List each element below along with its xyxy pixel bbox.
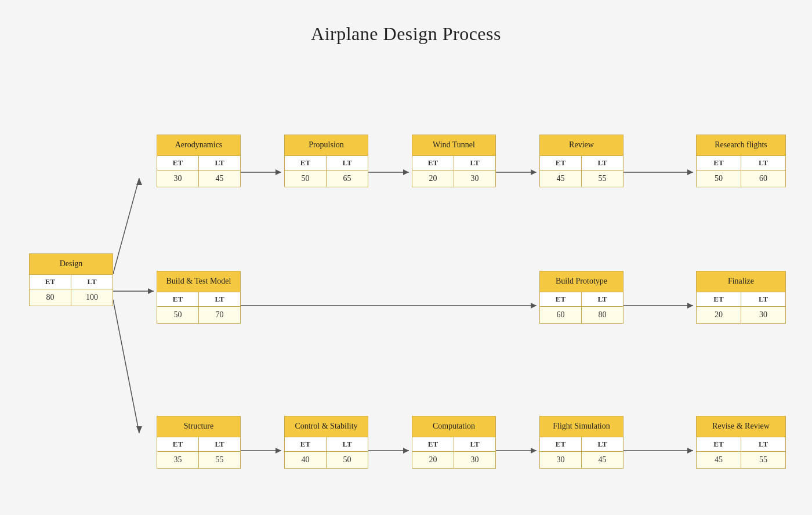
node-design: Design ET LT 80 100: [29, 253, 113, 306]
node-aerodynamics-title: Aerodynamics: [157, 135, 240, 156]
svg-marker-1: [136, 178, 142, 185]
node-design-et-val: 80: [30, 289, 71, 306]
node-computation: Computation ET LT 20 30: [412, 416, 496, 469]
arrows-svg: [0, 50, 812, 515]
node-buildprototype-title: Build Prototype: [540, 271, 623, 292]
node-review: Review ET LT 45 55: [539, 135, 624, 187]
svg-marker-21: [403, 448, 409, 454]
node-propulsion: Propulsion ET LT 50 65: [284, 135, 368, 187]
node-buildtest-title: Build & Test Model: [157, 271, 240, 292]
node-buildprototype: Build Prototype ET LT 60 80: [539, 271, 624, 324]
node-controlstability: Control & Stability ET LT 40 50: [284, 416, 368, 469]
node-buildtest: Build & Test Model ET LT 50 70: [157, 271, 241, 324]
node-design-et-label: ET: [30, 275, 71, 289]
node-windtunnel-title: Wind Tunnel: [412, 135, 495, 156]
diagram: Design ET LT 80 100 Aerodynamics ET LT 3…: [0, 50, 812, 515]
svg-marker-5: [136, 426, 142, 433]
node-researchflights: Research flights ET LT 50 60: [696, 135, 786, 187]
node-controlstability-title: Control & Stability: [285, 416, 368, 437]
svg-line-4: [113, 300, 139, 433]
svg-marker-17: [687, 303, 693, 309]
node-flightsim-title: Flight Simulation: [540, 416, 623, 437]
svg-marker-25: [687, 448, 693, 454]
node-design-lt-label: LT: [71, 275, 113, 289]
svg-marker-3: [148, 288, 154, 294]
node-finalize-title: Finalize: [697, 271, 785, 292]
node-aerodynamics: Aerodynamics ET LT 30 45: [157, 135, 241, 187]
node-revisereview: Revise & Review ET LT 45 55: [696, 416, 786, 469]
svg-marker-9: [403, 169, 409, 175]
node-revisereview-title: Revise & Review: [697, 416, 785, 437]
node-finalize: Finalize ET LT 20 30: [696, 271, 786, 324]
node-flightsim: Flight Simulation ET LT 30 45: [539, 416, 624, 469]
svg-marker-7: [276, 169, 281, 175]
node-design-lt-val: 100: [71, 289, 113, 306]
node-structure-title: Structure: [157, 416, 240, 437]
node-researchflights-title: Research flights: [697, 135, 785, 156]
svg-marker-13: [687, 169, 693, 175]
node-computation-title: Computation: [412, 416, 495, 437]
svg-line-0: [113, 178, 139, 274]
node-review-title: Review: [540, 135, 623, 156]
node-design-title: Design: [30, 254, 113, 275]
node-structure: Structure ET LT 35 55: [157, 416, 241, 469]
node-windtunnel: Wind Tunnel ET LT 20 30: [412, 135, 496, 187]
page-title: Airplane Design Process: [311, 23, 501, 45]
svg-marker-19: [276, 448, 281, 454]
svg-marker-23: [531, 448, 536, 454]
svg-marker-15: [531, 303, 536, 309]
svg-marker-11: [531, 169, 536, 175]
node-propulsion-title: Propulsion: [285, 135, 368, 156]
